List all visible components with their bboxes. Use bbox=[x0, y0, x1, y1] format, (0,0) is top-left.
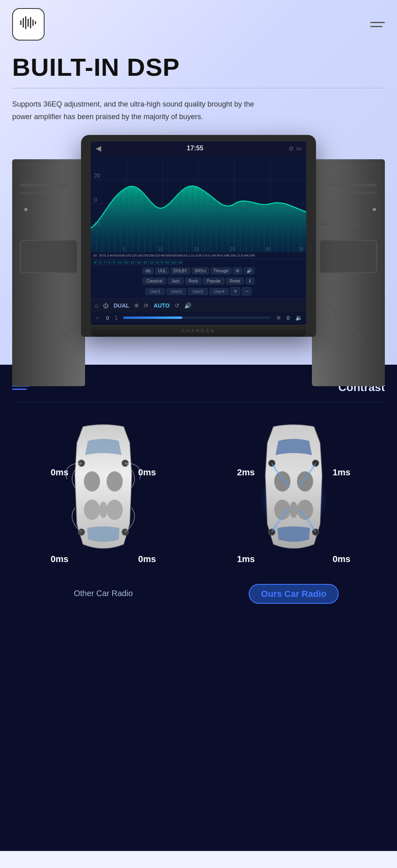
page-title: BUILT-IN DSP bbox=[12, 53, 385, 81]
our-car-comparison: 2ms 1ms 1ms 0ms bbox=[203, 419, 385, 599]
direction-icon[interactable]: ⤵ bbox=[115, 314, 117, 321]
temp-slider[interactable] bbox=[123, 316, 271, 319]
svg-point-88 bbox=[290, 502, 298, 518]
hamburger-menu[interactable] bbox=[370, 22, 385, 27]
user3-btn[interactable]: User3 bbox=[188, 288, 208, 295]
volume-down-icon[interactable]: 🔉 bbox=[295, 314, 302, 321]
car-right-panel-svg bbox=[312, 159, 385, 386]
screen-status-icons: ⊙ ▭ bbox=[289, 145, 301, 152]
svg-point-79 bbox=[99, 502, 107, 518]
uul-btn[interactable]: UUL bbox=[155, 267, 169, 274]
eq-chart: 20 0 -20 5 10 15 25 30 36 bbox=[91, 155, 306, 252]
svg-rect-0 bbox=[20, 20, 21, 25]
top-section: BUILT-IN DSP Supports 36EQ adjustment, a… bbox=[0, 0, 397, 365]
info-btn[interactable]: ℹ bbox=[245, 278, 254, 284]
svg-point-84 bbox=[274, 471, 290, 492]
screen-header: ◀ 17:55 ⊙ ▭ bbox=[91, 141, 306, 155]
screen-time: 17:55 bbox=[187, 145, 203, 152]
svg-rect-16 bbox=[328, 184, 377, 187]
eq-bands-row: 20 25 31.5 40 50 63 80 100 125 160 200 2… bbox=[91, 252, 306, 259]
through-btn[interactable]: Through bbox=[211, 267, 231, 274]
other-car-label: Other Car Radio bbox=[74, 589, 133, 598]
wifi-icon: ⊙ bbox=[289, 145, 294, 152]
volume-up-icon[interactable]: 🔊 bbox=[184, 302, 191, 309]
user4-btn[interactable]: User4 bbox=[209, 288, 229, 295]
user1-btn[interactable]: User1 bbox=[145, 288, 165, 295]
header-row bbox=[12, 8, 385, 41]
eq-values-row: 8 9 7 6 5 12 13 12 14 15 11 9 6 16 bbox=[91, 259, 306, 266]
arrow-left-icon[interactable]: ← bbox=[95, 314, 100, 321]
user2-btn[interactable]: User2 bbox=[166, 288, 186, 295]
svg-rect-19 bbox=[320, 240, 377, 273]
car-dashboard-container: ◀ 17:55 ⊙ ▭ bbox=[12, 135, 385, 337]
contrast-divider bbox=[12, 402, 385, 402]
dashboard-outer: ◀ 17:55 ⊙ ▭ bbox=[81, 135, 316, 337]
svg-rect-9 bbox=[20, 192, 61, 194]
svg-rect-5 bbox=[32, 19, 34, 26]
svg-rect-4 bbox=[30, 17, 31, 28]
rock-btn[interactable]: Rock bbox=[185, 278, 202, 284]
svg-rect-3 bbox=[28, 19, 29, 27]
svg-rect-2 bbox=[25, 16, 26, 29]
our-car-topview: 2ms 1ms 1ms 0ms bbox=[237, 419, 350, 581]
reset-btn[interactable]: Reset bbox=[226, 278, 244, 284]
srs-btn[interactable]: SRS⊙ bbox=[192, 267, 209, 274]
subtitle-text: Supports 36EQ adjustment, and the ultra-… bbox=[12, 98, 271, 123]
dual-label: DUAL bbox=[113, 302, 129, 309]
remove-preset-btn[interactable]: − bbox=[242, 287, 252, 295]
snowflake-icon[interactable]: ❄ bbox=[134, 302, 139, 309]
screen-back-icon: ◀ bbox=[96, 144, 101, 153]
other-car-comparison: 0ms 0ms 0ms 0ms bbox=[12, 419, 194, 598]
our-car-svg bbox=[249, 419, 338, 573]
auto-label: AUTO bbox=[154, 302, 169, 309]
dashboard-bezel: CHANGAN bbox=[91, 325, 306, 337]
svg-rect-18 bbox=[373, 208, 376, 211]
logo-box bbox=[12, 8, 45, 41]
svg-rect-17 bbox=[336, 192, 377, 194]
climate-bottom: ← 0 ⤵ ≋ 0 🔉 bbox=[91, 312, 306, 323]
dts-btn[interactable]: dts bbox=[143, 267, 154, 274]
fan-speed-icon[interactable]: ≋ bbox=[276, 314, 281, 321]
our-car-label-container: Ours Car Radio bbox=[249, 589, 338, 599]
svg-rect-11 bbox=[20, 240, 77, 273]
brand-name: CHANGAN bbox=[181, 328, 215, 333]
recirculate-icon[interactable]: ↺ bbox=[175, 302, 179, 309]
svg-point-78 bbox=[107, 500, 123, 520]
climate-bar: ⌂ ⏻ DUAL ❄ ⟳ AUTO ↺ 🔊 bbox=[91, 299, 306, 312]
other-car-svg bbox=[59, 419, 148, 573]
bottom-section: Contrast 0ms 0ms 0ms 0ms bbox=[0, 365, 397, 851]
eq-chart-svg: 20 0 -20 5 10 15 25 30 36 bbox=[91, 155, 306, 252]
fan-icon[interactable]: ⟳ bbox=[144, 302, 149, 309]
svg-rect-8 bbox=[20, 184, 69, 187]
audio-waveform-logo bbox=[19, 15, 38, 33]
svg-rect-10 bbox=[24, 208, 28, 211]
svg-point-85 bbox=[297, 471, 313, 492]
temp-right: 0 bbox=[287, 315, 290, 321]
eq-user-presets-row: User1 User2 User3 User4 + − bbox=[91, 286, 306, 299]
svg-point-76 bbox=[107, 471, 123, 492]
eq-controls-row: dts UUL DOLBY SRS⊙ Through ⚙ 🔊 bbox=[91, 266, 306, 276]
car-dashboard: ◀ 17:55 ⊙ ▭ bbox=[81, 135, 316, 337]
power-icon[interactable]: ⏻ bbox=[103, 302, 109, 309]
car-left-panel-svg bbox=[12, 159, 85, 386]
svg-rect-1 bbox=[23, 18, 24, 28]
home-icon[interactable]: ⌂ bbox=[95, 302, 98, 309]
svg-rect-6 bbox=[35, 21, 36, 24]
battery-icon: ▭ bbox=[296, 145, 301, 152]
section-divider bbox=[12, 88, 385, 88]
volume-btn[interactable]: 🔊 bbox=[244, 267, 254, 274]
comparison-row: 0ms 0ms 0ms 0ms bbox=[12, 419, 385, 599]
temp-left: 0 bbox=[106, 315, 109, 321]
svg-point-77 bbox=[84, 500, 100, 520]
jazz-btn[interactable]: Jazz bbox=[168, 278, 184, 284]
dolby-btn[interactable]: DOLBY bbox=[171, 267, 190, 274]
add-preset-btn[interactable]: + bbox=[231, 287, 240, 295]
our-car-label: Ours Car Radio bbox=[249, 584, 338, 604]
classical-btn[interactable]: Classical bbox=[143, 278, 166, 284]
eq-presets-row: Classical Jazz Rock Popular Reset ℹ bbox=[91, 276, 306, 286]
screen: ◀ 17:55 ⊙ ▭ bbox=[91, 141, 306, 325]
settings-btn[interactable]: ⚙ bbox=[233, 267, 242, 274]
svg-text:0: 0 bbox=[94, 197, 97, 203]
svg-point-75 bbox=[84, 471, 100, 492]
popular-btn[interactable]: Popular bbox=[203, 278, 224, 284]
